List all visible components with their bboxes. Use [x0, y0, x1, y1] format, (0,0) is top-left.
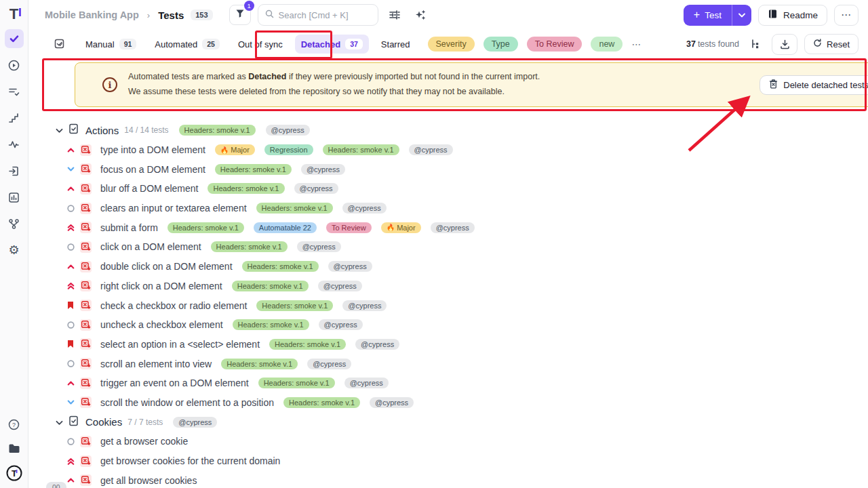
breadcrumb-project[interactable]: Mobile Banking App — [45, 9, 139, 20]
badge-headers-smoke-v-1[interactable]: Headers: smoke v.1 — [256, 203, 333, 214]
badge-headers-smoke-v-1[interactable]: Headers: smoke v.1 — [323, 144, 399, 155]
tab-starred[interactable]: Starred — [375, 35, 416, 54]
badge-headers-smoke-v-1[interactable]: Headers: smoke v.1 — [283, 397, 360, 408]
reset-button[interactable]: Reset — [804, 34, 859, 54]
sidebar-item-import[interactable] — [5, 161, 24, 180]
tab-automated[interactable]: Automated25 — [149, 35, 226, 54]
test-title[interactable]: uncheck a checkbox element — [100, 319, 223, 330]
badge-headers-smoke-v-1[interactable]: Headers: smoke v.1 — [269, 339, 346, 350]
tab-manual[interactable]: Manual91 — [79, 35, 142, 54]
test-title[interactable]: get browser cookies for the current doma… — [100, 455, 280, 466]
delete-detached-tests-button[interactable]: Delete detached tests — [760, 75, 868, 95]
add-test-split-button[interactable]: + Test — [684, 5, 751, 26]
tab-out-of-sync[interactable]: Out of sync — [232, 35, 289, 54]
badge-cypress[interactable]: @cypress — [409, 144, 453, 155]
badge-headers-smoke-v-1[interactable]: Headers: smoke v.1 — [179, 125, 256, 136]
badge-headers-smoke-v-1[interactable]: Headers: smoke v.1 — [233, 319, 309, 330]
select-all-button[interactable] — [50, 39, 69, 49]
badge-to-review[interactable]: To Review — [326, 222, 372, 233]
sidebar-item-tests[interactable] — [5, 29, 24, 48]
badge-headers-smoke-v-1[interactable]: Headers: smoke v.1 — [211, 241, 288, 252]
test-row[interactable]: get all browser cookies — [28, 470, 868, 488]
test-row[interactable]: clears an input or textarea elementHeade… — [28, 199, 868, 218]
test-row[interactable]: double click on a DOM elementHeaders: sm… — [28, 257, 868, 277]
test-row[interactable]: scroll the window or element to a positi… — [28, 393, 868, 413]
badge-cypress[interactable]: @cypress — [319, 319, 363, 330]
tab-detached[interactable]: Detached37 — [295, 35, 369, 54]
search-input[interactable] — [279, 10, 371, 20]
test-title[interactable]: select an option in a <select> element — [100, 339, 260, 350]
filter-chip-severity[interactable]: Severity — [428, 37, 475, 52]
sidebar-item-help[interactable]: ? — [5, 415, 24, 434]
badge-cypress[interactable]: @cypress — [342, 203, 387, 214]
badge-headers-smoke-v-1[interactable]: Headers: smoke v.1 — [208, 183, 284, 194]
filter-more-button[interactable]: ⋯ — [629, 39, 644, 49]
badge-headers-smoke-v-1[interactable]: Headers: smoke v.1 — [167, 222, 244, 233]
test-row[interactable]: check a checkbox or radio elementHeaders… — [28, 296, 868, 315]
app-logo[interactable]: T — [9, 7, 18, 22]
test-row[interactable]: get a browser cookie — [28, 432, 868, 451]
test-title[interactable]: right click on a DOM element — [100, 281, 222, 291]
test-title[interactable]: clears an input or textarea element — [100, 203, 247, 214]
test-row[interactable]: focus on a DOM elementHeaders: smoke v.1… — [28, 159, 868, 179]
sidebar-item-milestones[interactable] — [5, 108, 24, 127]
badge-cypress[interactable]: @cypress — [307, 359, 351, 369]
badge-cypress[interactable]: @cypress — [344, 378, 389, 388]
test-row[interactable]: uncheck a checkbox elementHeaders: smoke… — [28, 315, 868, 335]
test-row[interactable]: click on a DOM elementHeaders: smoke v.1… — [28, 237, 868, 257]
header-more-button[interactable]: ⋯ — [834, 5, 859, 26]
filter-chip-type[interactable]: Type — [484, 37, 518, 52]
test-row[interactable]: right click on a DOM elementHeaders: smo… — [28, 277, 868, 296]
badge-headers-smoke-v-1[interactable]: Headers: smoke v.1 — [232, 281, 309, 291]
chevron-down-icon[interactable] — [56, 124, 63, 136]
test-title[interactable]: get all browser cookies — [100, 475, 197, 486]
badge-cypress[interactable]: @cypress — [355, 339, 399, 350]
test-title[interactable]: submit a form — [100, 222, 158, 233]
test-title[interactable]: blur off a DOM element — [100, 183, 198, 194]
test-title[interactable]: trigger an event on a DOM element — [100, 378, 249, 388]
sidebar-item-account[interactable]: T — [5, 464, 24, 483]
filter-chip-to-review[interactable]: To Review — [527, 37, 583, 52]
group-row-actions[interactable]: Actions14 / 14 testsHeaders: smoke v.1@c… — [28, 121, 868, 140]
ai-sparkles-button[interactable] — [411, 9, 430, 21]
badge-headers-smoke-v-1[interactable]: Headers: smoke v.1 — [256, 300, 333, 311]
test-row[interactable]: scroll an element into viewHeaders: smok… — [28, 354, 868, 373]
sidebar-item-reports[interactable] — [5, 188, 24, 207]
test-title[interactable]: type into a DOM element — [100, 144, 205, 155]
chevron-down-icon[interactable] — [56, 416, 63, 428]
test-title[interactable]: scroll an element into view — [100, 359, 212, 369]
badge-major[interactable]: 🔥Major — [381, 222, 421, 233]
badge-headers-smoke-v-1[interactable]: Headers: smoke v.1 — [242, 261, 319, 272]
export-button[interactable] — [772, 34, 797, 55]
badge-cypress[interactable]: @cypress — [370, 397, 414, 408]
badge-headers-smoke-v-1[interactable]: Headers: smoke v.1 — [258, 378, 335, 388]
test-title[interactable]: scroll the window or element to a positi… — [100, 397, 274, 408]
badge-cypress[interactable]: @cypress — [301, 164, 345, 175]
test-title[interactable]: check a checkbox or radio element — [100, 300, 247, 311]
badge-regression[interactable]: Regression — [264, 144, 313, 155]
sidebar-item-settings[interactable]: ⚙ — [5, 241, 24, 260]
badge-cypress[interactable]: @cypress — [266, 125, 310, 136]
test-row[interactable]: submit a formHeaders: smoke v.1Automatab… — [28, 218, 868, 237]
add-test-dropdown-button[interactable] — [732, 5, 751, 26]
badge-automatable-22[interactable]: Automatable 22 — [254, 222, 317, 233]
test-row[interactable]: blur off a DOM elementHeaders: smoke v.1… — [28, 179, 868, 199]
sidebar-item-plans[interactable] — [5, 82, 24, 101]
badge-cypress[interactable]: @cypress — [173, 417, 217, 428]
sidebar-item-runs[interactable] — [5, 56, 24, 75]
filter-button[interactable]: 1 — [229, 5, 251, 25]
badge-cypress[interactable]: @cypress — [328, 261, 372, 272]
test-title[interactable]: focus on a DOM element — [100, 164, 205, 175]
view-settings-button[interactable] — [385, 10, 404, 20]
group-row-cookies[interactable]: Cookies7 / 7 tests@cypress — [28, 412, 868, 432]
badge-cypress[interactable]: @cypress — [294, 183, 338, 194]
test-row[interactable]: type into a DOM element🔥MajorRegressionH… — [28, 140, 868, 160]
test-title[interactable]: get a browser cookie — [100, 436, 188, 447]
test-row[interactable]: get browser cookies for the current doma… — [28, 451, 868, 471]
badge-major[interactable]: 🔥Major — [215, 144, 255, 155]
filter-chip-new[interactable]: new — [591, 37, 623, 52]
badge-cypress[interactable]: @cypress — [342, 300, 387, 311]
sidebar-item-projects[interactable] — [5, 439, 24, 458]
badge-headers-smoke-v-1[interactable]: Headers: smoke v.1 — [221, 359, 298, 369]
test-row[interactable]: trigger an event on a DOM elementHeaders… — [28, 373, 868, 393]
